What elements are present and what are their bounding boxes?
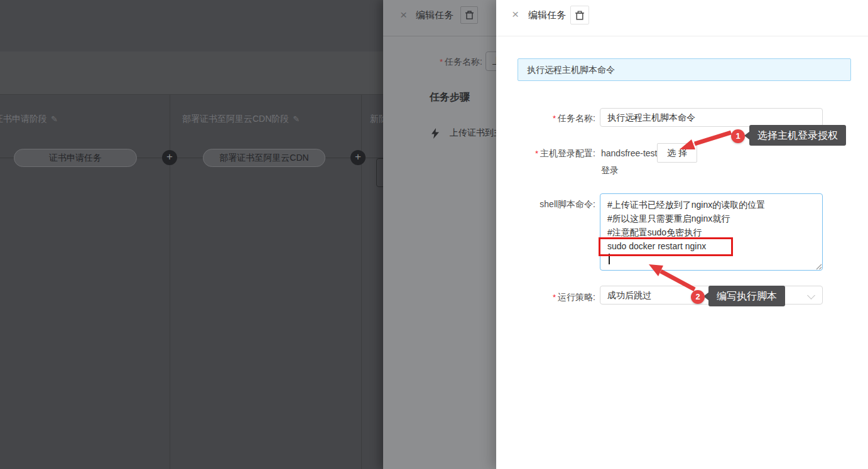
edit-stage-icon[interactable]: ✎ xyxy=(51,114,58,124)
delete-task-button[interactable] xyxy=(570,6,589,24)
header-divider xyxy=(383,36,496,36)
close-icon[interactable]: × xyxy=(400,9,407,21)
trash-icon xyxy=(575,10,585,21)
drawer-title: 编辑任务 xyxy=(416,9,453,21)
run-policy-label: *运行策略: xyxy=(501,292,595,303)
add-task-button[interactable]: + xyxy=(350,150,366,165)
stage-title-cert-request: 证书申请阶段✎ xyxy=(0,114,58,125)
choose-host-button[interactable]: 选 择 xyxy=(657,143,697,163)
app-header-dimmed xyxy=(0,0,383,51)
task-name-label: *任务名称: xyxy=(383,57,482,68)
task-step-label: 上传证书到主机 xyxy=(450,127,496,139)
annotation-tooltip-1: 选择主机登录授权 xyxy=(749,125,846,146)
stage-title-deploy-cdn: 部署证书至阿里云CDN阶段✎ xyxy=(182,114,300,125)
annotation-step-2-badge: 2 xyxy=(691,290,705,304)
edit-stage-icon[interactable]: ✎ xyxy=(293,114,300,124)
drawer-title: 编辑任务 xyxy=(528,9,566,21)
task-name-input[interactable]: 上传证书到主机 xyxy=(486,51,496,71)
lightning-icon xyxy=(431,128,440,139)
shell-script-textarea[interactable]: #上传证书已经放到了nginx的读取的位置 #所以这里只需要重启nginx就行 … xyxy=(600,193,823,271)
workflow-background: 证书申请阶段✎ 部署证书至阿里云CDN阶段✎ 新阶段✎ 证书申请任务 部署证书至… xyxy=(0,0,383,469)
task-name-input[interactable]: 执行远程主机脚本命令 xyxy=(600,108,823,127)
trash-icon xyxy=(465,10,474,20)
header-divider xyxy=(496,36,868,36)
delete-task-button[interactable] xyxy=(460,6,478,24)
host-login-value-line2: 登录 xyxy=(601,165,619,176)
task-type-banner: 执行远程主机脚本命令 xyxy=(518,58,851,81)
host-login-label: *主机登录配置: xyxy=(501,148,595,159)
shell-line: #上传证书已经放到了nginx的读取的位置 xyxy=(607,198,815,212)
task-pill-deploy-cdn[interactable]: 部署证书至阿里云CDN xyxy=(203,149,325,167)
task-name-label: *任务名称: xyxy=(501,113,595,124)
edit-task-drawer: × 编辑任务 执行远程主机脚本命令 *任务名称: 执行远程主机脚本命令 *主机登… xyxy=(496,0,868,469)
stage-title-new-stage: 新阶段✎ xyxy=(370,114,383,125)
shell-script-label: shell脚本命令: xyxy=(501,199,595,210)
annotation-step-1-badge: 1 xyxy=(731,129,745,143)
annotation-highlight-box xyxy=(599,237,733,256)
host-login-value: handsfree-test xyxy=(601,148,658,158)
task-step-item[interactable]: 上传证书到主机 xyxy=(431,127,496,139)
close-icon[interactable]: × xyxy=(512,8,519,20)
new-stage-task-card-partial[interactable] xyxy=(376,158,383,187)
add-task-button[interactable]: + xyxy=(162,150,177,165)
shell-line: #所以这里只需要重启nginx就行 xyxy=(607,212,815,225)
edit-task-drawer-background: × 编辑任务 *任务名称: 上传证书到主机 任务步骤 上传证书到主机 xyxy=(383,0,496,469)
annotation-tooltip-2: 编写执行脚本 xyxy=(708,286,785,306)
textarea-resize-handle[interactable] xyxy=(815,262,822,270)
task-pill-cert-request[interactable]: 证书申请任务 xyxy=(14,149,137,167)
task-steps-heading: 任务步骤 xyxy=(430,91,470,104)
pipeline-canvas: 证书申请阶段✎ 部署证书至阿里云CDN阶段✎ 新阶段✎ 证书申请任务 部署证书至… xyxy=(0,95,383,469)
pipeline-toolbar-dimmed xyxy=(0,51,383,95)
